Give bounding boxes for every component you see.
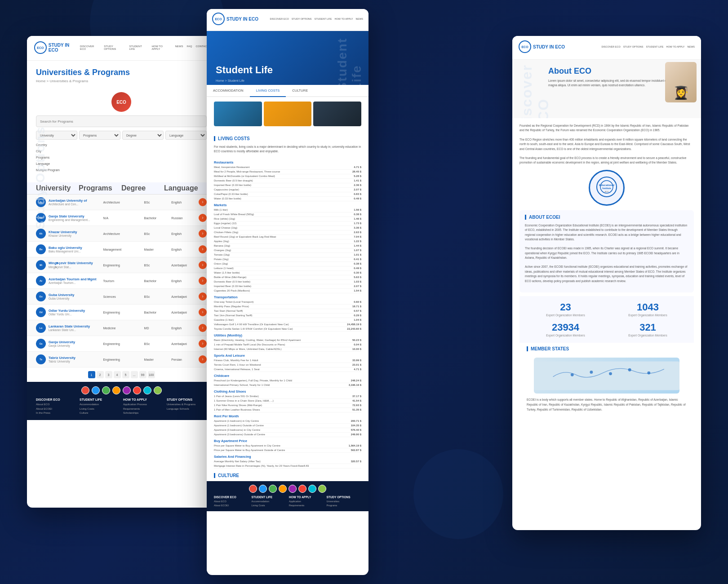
filter-degree[interactable]: Degree [122, 131, 164, 140]
cost-row: Apartment (3 bedrooms) Outside of Centre… [214, 433, 361, 437]
flag-4 [112, 386, 120, 394]
page-4[interactable]: 4 [114, 371, 121, 378]
cost-row: Banana (1kg) 1.44 $ [214, 244, 361, 248]
tab-accommodation[interactable]: ACCOMMODATION [207, 85, 250, 97]
cost-row: Taxi Start (Normal Tariff) 0.57 $ [214, 309, 361, 314]
cost-name: Cinema, International Release, 1 Seat [214, 368, 339, 371]
cost-name: Imported Beer (0.33 liter bottle) [214, 285, 339, 288]
uni-detail-button[interactable] [199, 340, 207, 348]
cost-row: Oranges (1kg) 1.07 $ [214, 248, 361, 253]
uni-program: Sciences [103, 295, 144, 298]
cost-row: Tomato (1kg) 1.01 $ [214, 253, 361, 257]
cost-name: Preschool (or Kindergarten), Full Day, P… [214, 379, 339, 382]
about-ecoei-text-1: Economic Cooperation Organization Educat… [525, 223, 688, 242]
uni-lang: Azerbaijani [171, 342, 199, 345]
cost-name: Toyota Corolla Sedan 1.6l 97kW Comfort (… [214, 327, 339, 330]
page-3[interactable]: 3 [105, 371, 112, 378]
eco-organization-logo: Educational Institute ECO [589, 170, 625, 206]
cost-row: Bottle of Wine (Mid-Range) 5.63 $ [214, 275, 361, 280]
cost-value: 502.87 $ [339, 449, 361, 451]
nav-discover[interactable]: DISCOVER ECO [80, 45, 100, 50]
uni-detail-button[interactable] [199, 355, 207, 363]
right-nav-news[interactable]: NEWS [688, 45, 695, 48]
uni-logo: Ba [36, 244, 46, 254]
right-nav-discover[interactable]: DISCOVER ECO [602, 45, 621, 48]
uni-detail-button[interactable] [199, 324, 207, 332]
country-filters: Country City Programs Language Multiple … [36, 142, 207, 175]
cost-row: Volkswagen Golf 1.4 90 kW Trendline (Or … [214, 323, 361, 327]
uni-detail-button[interactable] [199, 277, 207, 285]
cost-value: 104.35 $ [339, 424, 361, 427]
left-logo: ECO STUDY IN ECO [34, 41, 80, 54]
page-99[interactable]: 99 [139, 371, 146, 378]
cost-value: 0.49 $ [339, 267, 361, 270]
page-100[interactable]: 100 [148, 371, 155, 378]
mid-nav-apply[interactable]: HOW TO APPLY [335, 18, 353, 20]
page-dots: ... [131, 371, 138, 378]
cost-value: 0.30 $ [339, 271, 361, 274]
nav-student[interactable]: STUDENT LIFE [129, 45, 148, 50]
search-input[interactable] [36, 115, 207, 127]
uni-name: Ganja University [49, 340, 103, 345]
stat-2-label: Expert Organization Members [609, 313, 687, 317]
cost-name: Water (0.33 liter bottle) [214, 197, 339, 200]
stat-4-number: 321 [609, 322, 687, 333]
mid-nav-study[interactable]: STUDY OPTIONS [292, 18, 312, 20]
cost-name: Tomato (1kg) [214, 253, 339, 256]
mid-section-living-title: LIVING COSTS [214, 136, 361, 141]
cost-name: 1 Pair Nike Running Shoes (Mid-Range) [214, 404, 339, 407]
cost-row: Coke/Pepsi (0.33 liter bottle) 0.83 $ [214, 192, 361, 197]
filter-language[interactable]: Language [165, 131, 207, 140]
right-hero-side-text: Discover ECO [519, 64, 552, 118]
filter-programs[interactable]: Programs [79, 131, 120, 140]
right-nav-student[interactable]: STUDENT LIFE [646, 45, 664, 48]
nav-study[interactable]: STUDY OPTIONS [104, 45, 125, 50]
svg-rect-5 [534, 361, 679, 390]
uni-degree: MD [144, 327, 172, 330]
mid-header: ECO STUDY IN ECO DISCOVER ECO STUDY OPTI… [207, 9, 368, 31]
tab-living-costs[interactable]: LIVING COSTS [250, 85, 286, 97]
svg-point-6 [571, 373, 574, 376]
uni-detail-button[interactable] [199, 198, 207, 206]
nav-apply[interactable]: HOW TO APPLY [151, 45, 171, 50]
mid-nav-student[interactable]: STUDENT LIFE [315, 18, 332, 20]
cost-name: Fitness Club, Monthly Fee for 1 Adult [214, 359, 339, 362]
cost-name: Volkswagen Golf 1.4 90 kW Trendline (Or … [214, 323, 339, 326]
uni-detail-button[interactable] [199, 230, 207, 238]
page-2[interactable]: 2 [97, 371, 104, 378]
uni-name: Lankaran State University [49, 324, 103, 329]
about-ecoei-title: ABOUT ECOEI [525, 215, 688, 220]
uni-detail-button[interactable] [199, 308, 207, 316]
uni-logo: Ga [36, 339, 46, 349]
uni-detail-button[interactable] [199, 292, 207, 301]
cost-value: 0.38 $ [339, 262, 361, 265]
page-1[interactable]: 1 [88, 371, 95, 378]
nav-news[interactable]: NEWS [175, 45, 183, 50]
uni-logo: Kh [36, 229, 46, 239]
mid-footer-col-2: STUDENT LIFE AccommodationLiving Costs [252, 496, 287, 508]
mid-nav-news[interactable]: NEWS [356, 18, 364, 20]
cost-name: Cappuccino (regular) [214, 188, 339, 191]
cost-name: Cigarettes 20 Pack (Marlboro) [214, 289, 339, 292]
nav-faq[interactable]: FAQ [186, 45, 192, 50]
right-nav-apply[interactable]: HOW TO APPLY [666, 45, 685, 48]
right-nav-study[interactable]: STUDY OPTIONS [623, 45, 644, 48]
uni-detail-button[interactable] [199, 261, 207, 269]
mid-footer-discover-title: DISCOVER ECO [214, 496, 249, 499]
mid-flag-7 [308, 485, 316, 493]
uni-detail-button[interactable] [199, 245, 207, 253]
flag-2 [92, 386, 100, 394]
cost-name: Gasoline (1 liter) [214, 319, 339, 321]
mid-footer-study-title: STUDY OPTIONS [327, 496, 362, 499]
cost-row: Rice (white) (1kg) 1.46 $ [214, 217, 361, 221]
cost-row: International Primary School, Yearly for… [214, 383, 361, 388]
mid-content: LIVING COSTS For most students, living c… [207, 131, 368, 481]
cost-value: 7.04 $ [339, 235, 361, 238]
map-section [527, 354, 687, 397]
page-5[interactable]: 5 [122, 371, 129, 378]
mid-nav-discover[interactable]: DISCOVER ECO [270, 18, 289, 20]
tab-culture[interactable]: CULTURE [286, 85, 314, 97]
cost-value: 28.45 $ [339, 170, 361, 173]
cost-value: 10.00 $ [339, 348, 361, 350]
uni-detail-button[interactable] [199, 214, 207, 222]
